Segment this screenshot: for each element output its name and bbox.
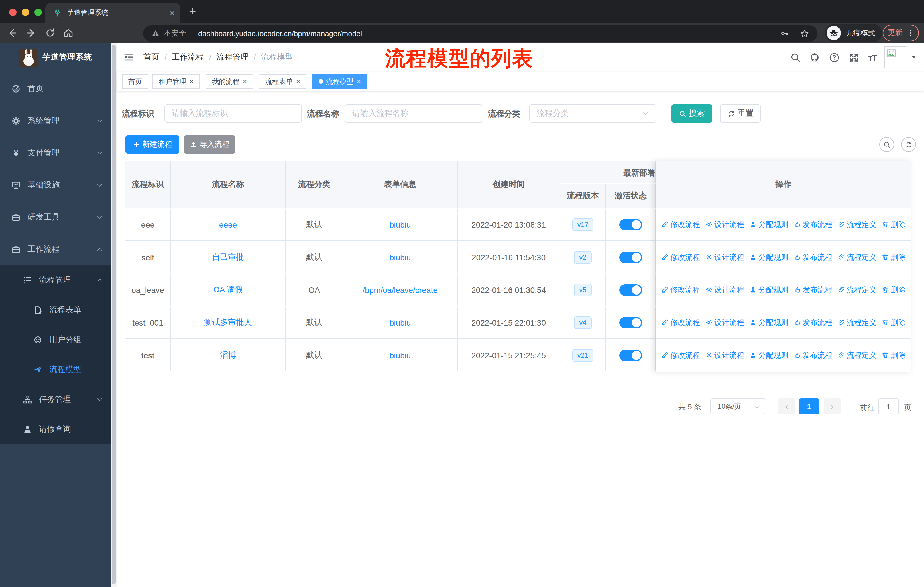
create-process-button[interactable]: 新建流程 (125, 135, 179, 154)
user-menu-caret-icon[interactable] (910, 54, 917, 61)
sidebar-item-leave-query[interactable]: 请假查询 (0, 415, 111, 444)
tab-home[interactable]: 首页 (122, 74, 148, 89)
help-icon[interactable] (829, 52, 840, 63)
url-bar[interactable]: 不安全 dashboard.yudao.iocoder.cn/bpm/manag… (143, 25, 817, 41)
form-info-link[interactable]: biubiu (389, 318, 411, 327)
op-definition-link[interactable]: 流程定义 (838, 252, 876, 262)
sidebar-item-system[interactable]: 系统管理 (0, 105, 111, 137)
window-close-light[interactable] (9, 8, 16, 16)
op-publish-link[interactable]: 发布流程 (794, 350, 832, 360)
filter-category-select[interactable]: 流程分类 (529, 104, 657, 123)
tab-close-icon[interactable]: × (357, 78, 361, 85)
op-modify-link[interactable]: 修改流程 (661, 350, 700, 360)
reset-button[interactable]: 重置 (720, 104, 761, 123)
form-info-link[interactable]: biubiu (389, 351, 411, 360)
current-page-button[interactable]: 1 (799, 398, 819, 415)
window-zoom-light[interactable] (35, 8, 42, 16)
hamburger-icon[interactable] (123, 51, 134, 63)
filter-id-input[interactable]: 请输入流程标识 (164, 104, 302, 123)
tab-my-process[interactable]: 我的流程× (206, 74, 253, 89)
op-assign-link[interactable]: 分配规则 (749, 317, 788, 327)
op-publish-link[interactable]: 发布流程 (794, 252, 832, 262)
tab-process-form[interactable]: 流程表单× (259, 74, 307, 89)
page-size-select[interactable]: 10条/页 (710, 398, 765, 415)
op-definition-link[interactable]: 流程定义 (838, 350, 876, 360)
op-assign-link[interactable]: 分配规则 (749, 252, 788, 262)
version-badge[interactable]: v2 (574, 251, 591, 263)
window-minimize-light[interactable] (22, 8, 29, 16)
sidebar-item-process-form[interactable]: 流程表单 (0, 295, 111, 325)
font-size-icon[interactable]: тT (868, 53, 876, 62)
op-delete-link[interactable]: 删除 (882, 284, 906, 295)
user-avatar[interactable] (884, 46, 906, 68)
tab-close-icon[interactable]: × (170, 8, 175, 17)
back-icon[interactable] (7, 27, 18, 38)
version-badge[interactable]: v5 (574, 283, 591, 296)
search-button[interactable]: 搜索 (672, 104, 712, 123)
op-assign-link[interactable]: 分配规则 (749, 350, 788, 360)
version-badge[interactable]: v4 (574, 316, 591, 329)
bookmark-star-icon[interactable] (800, 28, 809, 38)
new-tab-button[interactable]: + (189, 5, 196, 18)
breadcrumb-item-0[interactable]: 首页 (143, 52, 159, 63)
active-toggle[interactable] (619, 317, 642, 328)
filter-name-input[interactable]: 请输入流程名称 (345, 104, 482, 123)
header-search-icon[interactable] (790, 52, 801, 63)
sidebar-item-user-group[interactable]: 用户分组 (0, 325, 111, 355)
op-modify-link[interactable]: 修改流程 (661, 317, 700, 327)
active-toggle[interactable] (619, 251, 642, 263)
browser-menu-icon[interactable] (906, 29, 914, 36)
op-modify-link[interactable]: 修改流程 (661, 219, 700, 230)
op-delete-link[interactable]: 删除 (882, 252, 906, 262)
op-delete-link[interactable]: 删除 (882, 317, 906, 327)
op-assign-link[interactable]: 分配规则 (749, 219, 788, 230)
sidebar-item-workflow[interactable]: 工作流程 (0, 233, 111, 265)
op-definition-link[interactable]: 流程定义 (838, 219, 876, 230)
process-name-link[interactable]: OA 请假 (213, 284, 243, 295)
browser-update-button[interactable]: 更新 (883, 24, 919, 41)
form-info-link[interactable]: biubiu (389, 253, 411, 262)
process-name-link[interactable]: eeee (219, 220, 237, 229)
op-definition-link[interactable]: 流程定义 (838, 317, 876, 327)
process-name-link[interactable]: 滔博 (220, 350, 236, 360)
reload-icon[interactable] (45, 27, 56, 38)
refresh-table-button[interactable] (901, 137, 916, 152)
op-design-link[interactable]: 设计流程 (705, 284, 744, 295)
version-badge[interactable]: v17 (572, 218, 594, 231)
op-publish-link[interactable]: 发布流程 (794, 219, 832, 230)
sidebar-item-infrastructure[interactable]: 基础设施 (0, 169, 111, 201)
sidebar-item-dev-tools[interactable]: 研发工具 (0, 201, 111, 233)
breadcrumb-item-1[interactable]: 工作流程 (172, 52, 204, 63)
op-design-link[interactable]: 设计流程 (705, 252, 744, 262)
sidebar-item-payment[interactable]: ¥支付管理 (0, 137, 111, 169)
home-icon[interactable] (63, 27, 74, 38)
sidebar-item-process-mgmt[interactable]: 流程管理 (0, 265, 111, 295)
op-design-link[interactable]: 设计流程 (705, 350, 744, 360)
tab-tenant-mgmt[interactable]: 租户管理× (152, 74, 200, 89)
sidebar-item-process-model[interactable]: 流程模型 (0, 355, 111, 385)
op-assign-link[interactable]: 分配规则 (749, 284, 788, 295)
tab-process-model[interactable]: 流程模型× (312, 74, 367, 89)
form-info-link[interactable]: biubiu (389, 220, 411, 229)
fullscreen-icon[interactable] (849, 52, 860, 63)
process-name-link[interactable]: 测试多审批人 (204, 317, 252, 327)
next-page-button[interactable]: › (824, 398, 841, 415)
toggle-search-button[interactable] (879, 137, 894, 152)
browser-tab[interactable]: 芋道管理系统 × (45, 3, 180, 23)
active-toggle[interactable] (619, 349, 642, 361)
sidebar-item-task-mgmt[interactable]: 任务管理 (0, 385, 111, 415)
op-design-link[interactable]: 设计流程 (705, 219, 744, 230)
version-badge[interactable]: v21 (572, 349, 594, 361)
sidebar-item-home[interactable]: 首页 (0, 73, 111, 105)
form-info-link[interactable]: /bpm/oa/leave/create (363, 285, 438, 294)
tab-close-icon[interactable]: × (243, 78, 247, 85)
op-modify-link[interactable]: 修改流程 (661, 252, 700, 262)
op-design-link[interactable]: 设计流程 (705, 317, 744, 327)
import-process-button[interactable]: 导入流程 (184, 135, 236, 154)
op-publish-link[interactable]: 发布流程 (794, 284, 832, 295)
password-key-icon[interactable] (780, 29, 789, 38)
active-toggle[interactable] (619, 284, 642, 296)
prev-page-button[interactable]: ‹ (778, 398, 795, 415)
op-delete-link[interactable]: 删除 (882, 350, 906, 360)
github-icon[interactable] (810, 52, 821, 63)
